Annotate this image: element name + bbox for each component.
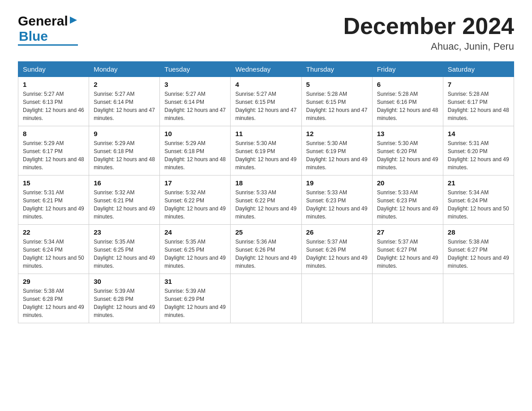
day-info: Sunrise: 5:27 AMSunset: 6:14 PMDaylight:… <box>94 90 155 122</box>
logo-underline <box>18 44 78 46</box>
day-info: Sunrise: 5:37 AMSunset: 6:26 PMDaylight:… <box>306 238 368 270</box>
day-number: 22 <box>23 228 84 236</box>
day-number: 12 <box>306 130 368 137</box>
calendar-week-row: 29Sunrise: 5:38 AMSunset: 6:28 PMDayligh… <box>18 274 514 323</box>
day-info: Sunrise: 5:30 AMSunset: 6:19 PMDaylight:… <box>235 139 296 171</box>
calendar-cell: 27Sunrise: 5:37 AMSunset: 6:27 PMDayligh… <box>372 225 443 274</box>
day-number: 5 <box>306 81 368 88</box>
day-number: 15 <box>23 179 84 187</box>
calendar-table: SundayMondayTuesdayWednesdayThursdayFrid… <box>18 61 514 323</box>
day-number: 26 <box>306 228 368 236</box>
day-info: Sunrise: 5:39 AMSunset: 6:29 PMDaylight:… <box>164 287 226 319</box>
page-header: General Blue December 2024 Ahuac, Junin,… <box>18 13 514 52</box>
calendar-cell: 3Sunrise: 5:27 AMSunset: 6:14 PMDaylight… <box>160 77 231 126</box>
calendar-cell: 5Sunrise: 5:28 AMSunset: 6:15 PMDaylight… <box>301 77 372 126</box>
day-info: Sunrise: 5:28 AMSunset: 6:17 PMDaylight:… <box>448 90 509 122</box>
day-number: 27 <box>377 228 438 236</box>
calendar-cell: 25Sunrise: 5:36 AMSunset: 6:26 PMDayligh… <box>231 225 301 274</box>
day-number: 30 <box>94 278 155 285</box>
calendar-cell <box>372 274 443 323</box>
calendar-cell: 9Sunrise: 5:29 AMSunset: 6:18 PMDaylight… <box>89 126 160 176</box>
header-tuesday: Tuesday <box>160 62 231 77</box>
day-number: 23 <box>94 228 155 236</box>
logo-arrow-icon <box>69 16 78 26</box>
day-number: 9 <box>94 130 155 137</box>
calendar-cell: 30Sunrise: 5:39 AMSunset: 6:28 PMDayligh… <box>89 274 160 323</box>
logo-blue-text: Blue <box>19 29 48 43</box>
calendar-cell: 2Sunrise: 5:27 AMSunset: 6:14 PMDaylight… <box>89 77 160 126</box>
calendar-cell: 20Sunrise: 5:33 AMSunset: 6:23 PMDayligh… <box>372 176 443 225</box>
day-info: Sunrise: 5:33 AMSunset: 6:23 PMDaylight:… <box>306 188 368 221</box>
header-saturday: Saturday <box>443 62 514 77</box>
header-friday: Friday <box>372 62 443 77</box>
header-thursday: Thursday <box>301 62 372 77</box>
day-number: 13 <box>377 130 438 137</box>
calendar-week-row: 15Sunrise: 5:31 AMSunset: 6:21 PMDayligh… <box>18 176 514 225</box>
calendar-cell: 15Sunrise: 5:31 AMSunset: 6:21 PMDayligh… <box>18 176 89 225</box>
day-info: Sunrise: 5:35 AMSunset: 6:25 PMDaylight:… <box>164 238 226 270</box>
calendar-cell: 24Sunrise: 5:35 AMSunset: 6:25 PMDayligh… <box>160 225 231 274</box>
calendar-cell: 28Sunrise: 5:38 AMSunset: 6:27 PMDayligh… <box>443 225 514 274</box>
calendar-cell: 18Sunrise: 5:33 AMSunset: 6:22 PMDayligh… <box>231 176 301 225</box>
day-info: Sunrise: 5:34 AMSunset: 6:24 PMDaylight:… <box>448 188 509 221</box>
day-info: Sunrise: 5:31 AMSunset: 6:21 PMDaylight:… <box>23 188 84 221</box>
calendar-week-row: 1Sunrise: 5:27 AMSunset: 6:13 PMDaylight… <box>18 77 514 126</box>
calendar-header-row: SundayMondayTuesdayWednesdayThursdayFrid… <box>18 62 514 77</box>
day-number: 14 <box>448 130 509 137</box>
calendar-cell: 29Sunrise: 5:38 AMSunset: 6:28 PMDayligh… <box>18 274 89 323</box>
header-wednesday: Wednesday <box>231 62 301 77</box>
calendar-cell: 11Sunrise: 5:30 AMSunset: 6:19 PMDayligh… <box>231 126 301 176</box>
header-monday: Monday <box>89 62 160 77</box>
title-section: December 2024 Ahuac, Junin, Peru <box>343 13 514 52</box>
day-info: Sunrise: 5:27 AMSunset: 6:13 PMDaylight:… <box>23 90 84 122</box>
day-number: 10 <box>164 130 226 137</box>
day-number: 28 <box>448 228 509 236</box>
day-info: Sunrise: 5:28 AMSunset: 6:15 PMDaylight:… <box>306 90 368 122</box>
day-number: 29 <box>23 278 84 285</box>
day-number: 3 <box>164 81 226 88</box>
calendar-cell: 31Sunrise: 5:39 AMSunset: 6:29 PMDayligh… <box>160 274 231 323</box>
day-info: Sunrise: 5:30 AMSunset: 6:19 PMDaylight:… <box>306 139 368 171</box>
calendar-cell: 4Sunrise: 5:27 AMSunset: 6:15 PMDaylight… <box>231 77 301 126</box>
calendar-cell: 21Sunrise: 5:34 AMSunset: 6:24 PMDayligh… <box>443 176 514 225</box>
day-info: Sunrise: 5:29 AMSunset: 6:18 PMDaylight:… <box>94 139 155 171</box>
day-number: 11 <box>235 130 296 137</box>
day-number: 16 <box>94 179 155 187</box>
calendar-cell: 13Sunrise: 5:30 AMSunset: 6:20 PMDayligh… <box>372 126 443 176</box>
day-info: Sunrise: 5:27 AMSunset: 6:14 PMDaylight:… <box>164 90 226 122</box>
day-number: 7 <box>448 81 509 88</box>
day-info: Sunrise: 5:27 AMSunset: 6:15 PMDaylight:… <box>235 90 296 122</box>
calendar-cell: 17Sunrise: 5:32 AMSunset: 6:22 PMDayligh… <box>160 176 231 225</box>
day-info: Sunrise: 5:31 AMSunset: 6:20 PMDaylight:… <box>448 139 509 171</box>
calendar-cell: 26Sunrise: 5:37 AMSunset: 6:26 PMDayligh… <box>301 225 372 274</box>
day-number: 1 <box>23 81 84 88</box>
day-info: Sunrise: 5:35 AMSunset: 6:25 PMDaylight:… <box>94 238 155 270</box>
day-info: Sunrise: 5:39 AMSunset: 6:28 PMDaylight:… <box>94 287 155 319</box>
day-info: Sunrise: 5:38 AMSunset: 6:27 PMDaylight:… <box>448 238 509 270</box>
day-info: Sunrise: 5:28 AMSunset: 6:16 PMDaylight:… <box>377 90 438 122</box>
day-number: 24 <box>164 228 226 236</box>
calendar-cell: 14Sunrise: 5:31 AMSunset: 6:20 PMDayligh… <box>443 126 514 176</box>
logo: General Blue <box>18 13 78 46</box>
calendar-cell: 16Sunrise: 5:32 AMSunset: 6:21 PMDayligh… <box>89 176 160 225</box>
calendar-cell <box>301 274 372 323</box>
calendar-cell: 8Sunrise: 5:29 AMSunset: 6:17 PMDaylight… <box>18 126 89 176</box>
day-info: Sunrise: 5:33 AMSunset: 6:22 PMDaylight:… <box>235 188 296 221</box>
calendar-week-row: 8Sunrise: 5:29 AMSunset: 6:17 PMDaylight… <box>18 126 514 176</box>
calendar-cell: 19Sunrise: 5:33 AMSunset: 6:23 PMDayligh… <box>301 176 372 225</box>
location-text: Ahuac, Junin, Peru <box>343 41 514 52</box>
day-number: 8 <box>23 130 84 137</box>
calendar-cell: 6Sunrise: 5:28 AMSunset: 6:16 PMDaylight… <box>372 77 443 126</box>
day-number: 31 <box>164 278 226 285</box>
day-number: 21 <box>448 179 509 187</box>
day-info: Sunrise: 5:33 AMSunset: 6:23 PMDaylight:… <box>377 188 438 221</box>
day-number: 6 <box>377 81 438 88</box>
header-sunday: Sunday <box>18 62 89 77</box>
day-info: Sunrise: 5:36 AMSunset: 6:26 PMDaylight:… <box>235 238 296 270</box>
day-info: Sunrise: 5:32 AMSunset: 6:21 PMDaylight:… <box>94 188 155 221</box>
day-number: 20 <box>377 179 438 187</box>
day-info: Sunrise: 5:37 AMSunset: 6:27 PMDaylight:… <box>377 238 438 270</box>
day-info: Sunrise: 5:29 AMSunset: 6:18 PMDaylight:… <box>164 139 226 171</box>
day-info: Sunrise: 5:34 AMSunset: 6:24 PMDaylight:… <box>23 238 84 270</box>
day-info: Sunrise: 5:29 AMSunset: 6:17 PMDaylight:… <box>23 139 84 171</box>
